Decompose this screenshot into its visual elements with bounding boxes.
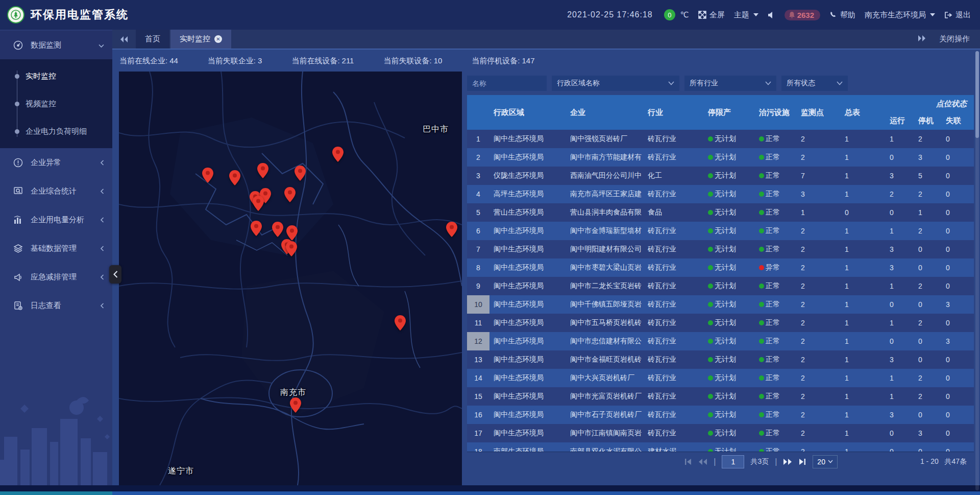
table-row[interactable]: 2阆中生态环境局阆中市南方节能建材有砖瓦行业无计划正常21030 — [467, 148, 974, 167]
cell-company: 阆中市江南镇阆南页岩 — [566, 429, 644, 438]
tab-scroll-right-icon[interactable] — [918, 35, 926, 43]
table-row[interactable]: 10阆中生态环境局阆中千佛镇五郎垭页岩砖瓦行业无计划正常21003 — [467, 295, 974, 314]
limit-status-label: 无计划 — [715, 263, 736, 272]
table-row[interactable]: 4高坪生态环境局南充市高坪区王家店建砖瓦行业无计划正常31220 — [467, 185, 974, 203]
table-row[interactable]: 7阆中生态环境局阆中明阳建材有限公司砖瓦行业无计划正常21300 — [467, 240, 974, 258]
sidebar-item-企业电力负荷明细[interactable]: 企业电力负荷明细 — [0, 117, 112, 145]
map-pin-icon[interactable] — [295, 166, 306, 181]
speaker-mute-icon[interactable] — [768, 11, 775, 19]
map-pin-icon[interactable] — [395, 315, 406, 331]
map-pin-icon[interactable] — [446, 222, 457, 237]
fullscreen-button[interactable]: 全屏 — [698, 10, 725, 20]
cell-lost: 0 — [942, 282, 974, 290]
notification-badge[interactable]: 2632 — [785, 10, 820, 20]
table-row[interactable]: 11阆中生态环境局阆中市五马桥页岩机砖砖瓦行业无计划正常21120 — [467, 314, 974, 332]
next-page-button[interactable] — [783, 458, 792, 465]
facility-status-label: 正常 — [766, 392, 780, 401]
col-limit: 停限产 — [704, 108, 755, 117]
sidebar-item-实时监控[interactable]: 实时监控 — [0, 62, 112, 90]
page-number-input[interactable] — [722, 455, 744, 468]
map-pin-icon[interactable] — [272, 222, 283, 237]
sidebar-group-2[interactable]: 企业异常 — [0, 148, 112, 177]
cell-stop: 0 — [914, 264, 942, 272]
first-page-button[interactable] — [684, 458, 692, 465]
cell-index: 10 — [467, 295, 489, 314]
map-panel[interactable]: 巴中市南充市遂宁市 — [119, 72, 462, 485]
cell-meters: 1 — [841, 190, 886, 198]
sidebar-group-1[interactable]: 数据监测 — [0, 31, 112, 59]
cell-facility-status: 正常 — [755, 153, 797, 162]
map-pin-icon[interactable] — [286, 225, 298, 241]
tab-scroll-left-icon[interactable] — [112, 30, 136, 49]
sidebar-group-7[interactable]: 日志查看 — [0, 291, 112, 320]
table-row[interactable]: 18南部生态环境局南部县双化水泥有限公建材水泥无计划正常21000 — [467, 442, 974, 452]
sidebar-group-4[interactable]: 企业用电量分析 — [0, 205, 112, 234]
sidebar-group-3[interactable]: 企业综合统计 — [0, 177, 112, 205]
table-row[interactable]: 13阆中生态环境局阆中市金福旺页岩机砖砖瓦行业无计划正常21300 — [467, 350, 974, 369]
cell-stop: 3 — [914, 429, 942, 437]
cell-company: 阆中强锐页岩砖厂 — [566, 134, 644, 144]
table-row[interactable]: 15阆中生态环境局阆中市光富页岩机砖厂砖瓦行业无计划正常21120 — [467, 387, 974, 406]
vertical-scrollbar[interactable] — [975, 51, 979, 490]
exit-button[interactable]: 退出 — [944, 10, 971, 20]
map-pin-icon[interactable] — [284, 187, 296, 202]
sidebar-group-label: 日志查看 — [31, 301, 100, 311]
table-row[interactable]: 1阆中生态环境局阆中强锐页岩砖厂砖瓦行业无计划正常21120 — [467, 130, 974, 148]
region-filter-select[interactable]: 行政区域名称 — [552, 76, 679, 91]
cell-points: 2 — [797, 264, 841, 272]
cell-region: 阆中生态环境局 — [489, 429, 566, 438]
cell-run: 1 — [886, 374, 914, 382]
map-pin-icon[interactable] — [253, 196, 264, 211]
theme-button[interactable]: 主题 — [734, 10, 758, 20]
table-row[interactable]: 5营山生态环境局营山县润丰肉食品有限食品无计划正常10010 — [467, 203, 974, 222]
sidebar-group-5[interactable]: 基础数据管理 — [0, 234, 112, 263]
cell-company: 阆中市南方节能建材有 — [566, 153, 644, 162]
name-filter-input[interactable] — [467, 76, 547, 91]
sidebar-collapse-handle[interactable] — [109, 265, 121, 284]
map-pin-icon[interactable] — [286, 241, 297, 256]
close-operations-button[interactable]: 关闭操作 — [939, 34, 970, 44]
map-pin-icon[interactable] — [332, 147, 344, 162]
cell-facility-status: 正常 — [755, 226, 797, 235]
map-pin-icon[interactable] — [202, 168, 213, 183]
cell-company: 阆中明阳建材有限公司 — [566, 245, 644, 254]
org-dropdown-button[interactable]: 南充市生态环境局 — [865, 10, 935, 20]
table-row[interactable]: 8阆中生态环境局阆中市枣碧大梁山页岩砖瓦行业无计划异常21300 — [467, 258, 974, 277]
cell-meters: 1 — [841, 392, 886, 400]
status-filter-select[interactable]: 所有状态 — [781, 76, 848, 91]
scrollbar-thumb[interactable] — [975, 51, 979, 138]
sidebar-group-6[interactable]: 应急减排管理 — [0, 263, 112, 291]
table-row[interactable]: 12阆中生态环境局阆中市忠信建材有限公砖瓦行业无计划正常21003 — [467, 332, 974, 350]
table-row[interactable]: 9阆中生态环境局阆中市二龙长宝页岩砖砖瓦行业无计划正常21120 — [467, 277, 974, 295]
page-size-select[interactable]: 20 — [813, 455, 838, 468]
map-pin-icon[interactable] — [229, 170, 240, 185]
table-row[interactable]: 14阆中生态环境局阆中大兴页岩机砖厂砖瓦行业无计划正常21120 — [467, 369, 974, 387]
tab-home[interactable]: 首页 — [136, 30, 169, 49]
industry-filter-select[interactable]: 所有行业 — [684, 76, 776, 91]
table-row[interactable]: 16阆中生态环境局阆中市石子页岩机砖厂砖瓦行业无计划正常21300 — [467, 406, 974, 424]
cell-run: 1 — [886, 319, 914, 327]
cell-limit-status: 无计划 — [704, 318, 755, 327]
last-page-button[interactable] — [798, 458, 806, 465]
cell-region: 阆中生态环境局 — [489, 337, 566, 346]
table-row[interactable]: 3仪陇生态环境局西南油气田分公司川中化工无计划正常71350 — [467, 167, 974, 185]
sidebar-item-视频监控[interactable]: 视频监控 — [0, 90, 112, 117]
tab-close-icon[interactable]: ✕ — [214, 35, 222, 43]
cell-meters: 1 — [841, 337, 886, 345]
cell-lost: 0 — [942, 264, 974, 272]
table-row[interactable]: 17阆中生态环境局阆中市江南镇阆南页岩砖瓦行业无计划正常21030 — [467, 424, 974, 442]
cell-points: 2 — [797, 135, 841, 143]
green-dot-icon — [708, 449, 713, 452]
table-row[interactable]: 6阆中生态环境局阆中市金博瑞新型墙材砖瓦行业无计划正常21120 — [467, 222, 974, 240]
map-pin-icon[interactable] — [257, 163, 268, 178]
help-button[interactable]: 帮助 — [829, 10, 855, 20]
footer-dark-strip — [0, 485, 980, 491]
map-pin-icon[interactable] — [290, 397, 301, 413]
map-city-label-遂宁市: 遂宁市 — [168, 466, 194, 477]
cell-lost: 0 — [942, 245, 974, 253]
logout-icon — [944, 11, 952, 19]
tab-realtime-monitor[interactable]: 实时监控 ✕ — [170, 30, 231, 49]
cell-limit-status: 无计划 — [704, 226, 755, 235]
map-pin-icon[interactable] — [251, 221, 262, 236]
prev-page-button[interactable] — [698, 458, 707, 465]
